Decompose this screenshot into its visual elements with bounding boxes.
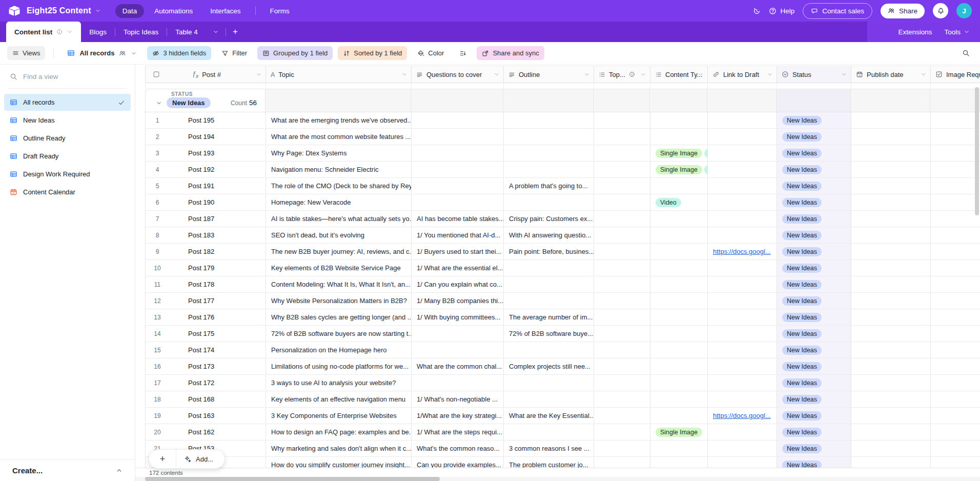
topics-cell[interactable] — [594, 276, 650, 292]
topics-cell[interactable] — [594, 194, 650, 210]
hidden-fields-button[interactable]: 3 hidden fields — [147, 46, 211, 60]
status-cell[interactable]: New Ideas — [777, 162, 851, 177]
status-cell[interactable]: New Ideas — [777, 145, 851, 161]
questions-cell[interactable] — [412, 145, 504, 161]
publish-date-cell[interactable] — [851, 293, 931, 309]
publish-date-cell[interactable] — [851, 408, 931, 424]
content-type-cell[interactable]: Single ImageVideo — [650, 145, 708, 161]
link-cell[interactable] — [708, 211, 777, 227]
image-required-cell[interactable] — [931, 424, 980, 440]
content-type-cell[interactable] — [650, 326, 708, 342]
topics-cell[interactable] — [594, 227, 650, 243]
link-cell[interactable] — [708, 227, 777, 243]
questions-cell[interactable] — [412, 129, 504, 145]
column-header-top-[interactable]: Top... — [594, 66, 650, 83]
nav-item-forms[interactable]: Forms — [263, 4, 297, 18]
topics-cell[interactable] — [594, 326, 650, 342]
post-cell[interactable]: 15Post 174 — [146, 342, 266, 358]
chevron-down-icon[interactable] — [67, 29, 73, 35]
publish-date-cell[interactable] — [851, 309, 931, 325]
topics-cell[interactable] — [594, 260, 650, 276]
outline-cell[interactable]: A problem that's going to... — [504, 178, 594, 194]
topics-cell[interactable] — [594, 408, 650, 424]
topic-cell[interactable]: What are the most common website feature… — [266, 129, 412, 145]
link-cell[interactable] — [708, 260, 777, 276]
topics-cell[interactable] — [594, 293, 650, 309]
horizontal-scrollbar[interactable] — [135, 477, 980, 481]
publish-date-cell[interactable] — [851, 194, 931, 210]
column-header-image-requi[interactable]: Image Requi — [931, 66, 980, 83]
image-required-cell[interactable] — [931, 260, 980, 276]
post-cell[interactable]: 8Post 183 — [146, 227, 266, 243]
publish-date-cell[interactable] — [851, 326, 931, 342]
sidebar-item-design-work-required[interactable]: Design Work Required — [4, 166, 131, 183]
image-required-cell[interactable] — [931, 342, 980, 358]
content-type-cell[interactable] — [650, 391, 708, 407]
add-record-button[interactable]: + — [149, 454, 176, 465]
share-and-sync-button[interactable]: Share and sync — [477, 46, 544, 60]
tab-blogs[interactable]: Blogs — [81, 22, 115, 42]
chevron-down-icon[interactable] — [640, 71, 646, 77]
publish-date-cell[interactable] — [851, 112, 931, 128]
link-cell[interactable] — [708, 309, 777, 325]
questions-cell[interactable] — [412, 112, 504, 128]
topics-cell[interactable] — [594, 440, 650, 456]
status-cell[interactable]: New Ideas — [777, 178, 851, 194]
post-cell[interactable]: 1Post 195 — [146, 112, 266, 128]
column-header-status[interactable]: Status — [777, 66, 851, 83]
post-cell[interactable]: 14Post 175 — [146, 326, 266, 342]
topic-cell[interactable]: Homepage: New Veracode — [266, 194, 412, 210]
tools-button[interactable]: Tools — [944, 28, 970, 36]
row-height-button[interactable] — [454, 47, 472, 60]
chevron-down-icon[interactable] — [494, 71, 500, 77]
link-cell[interactable] — [708, 162, 777, 177]
post-cell[interactable]: 17Post 172 — [146, 375, 266, 391]
questions-cell[interactable]: 1/What are the key strategi... — [412, 408, 504, 424]
outline-cell[interactable]: What are the Key Essential... — [504, 408, 594, 424]
status-cell[interactable]: New Ideas — [777, 227, 851, 243]
topic-cell[interactable]: Why B2B sales cycles are getting longer … — [266, 309, 412, 325]
topics-cell[interactable] — [594, 145, 650, 161]
topics-cell[interactable] — [594, 211, 650, 227]
status-cell[interactable]: New Ideas — [777, 375, 851, 391]
extensions-button[interactable]: Extensions — [898, 28, 932, 36]
notifications-button[interactable] — [933, 3, 948, 18]
link-cell[interactable] — [708, 375, 777, 391]
topics-cell[interactable] — [594, 391, 650, 407]
group-value-badge[interactable]: New Ideas — [167, 97, 211, 108]
image-required-cell[interactable] — [931, 112, 980, 128]
vertical-scrollbar[interactable] — [975, 87, 979, 270]
questions-cell[interactable] — [412, 342, 504, 358]
content-type-cell[interactable] — [650, 358, 708, 374]
tab-topic-ideas[interactable]: Topic Ideas — [115, 22, 167, 42]
link-cell[interactable] — [708, 194, 777, 210]
airtable-logo-icon[interactable] — [8, 5, 21, 17]
publish-date-cell[interactable] — [851, 129, 931, 145]
topic-cell[interactable]: Limilations of using no-code platforms f… — [266, 358, 412, 374]
topics-cell[interactable] — [594, 129, 650, 145]
topic-cell[interactable]: Key elements of B2B Website Service Page — [266, 260, 412, 276]
link-cell[interactable]: https://docs.googl... — [708, 408, 777, 424]
base-title[interactable]: Eight25 Content — [27, 6, 91, 15]
status-cell[interactable]: New Ideas — [777, 326, 851, 342]
questions-cell[interactable]: 1/ What are the essential el... — [412, 260, 504, 276]
questions-cell[interactable]: 1/ Many B2B companies thi... — [412, 293, 504, 309]
select-all-checkbox[interactable] — [153, 71, 160, 78]
outline-cell[interactable]: Complex projects still nee... — [504, 358, 594, 374]
publish-date-cell[interactable] — [851, 358, 931, 374]
content-type-cell[interactable] — [650, 227, 708, 243]
questions-cell[interactable]: AI has become table stakes... — [412, 211, 504, 227]
group-collapse-chevron-icon[interactable] — [156, 100, 162, 106]
post-cell[interactable]: 19Post 163 — [146, 408, 266, 424]
content-type-cell[interactable]: Video — [650, 194, 708, 210]
publish-date-cell[interactable] — [851, 391, 931, 407]
publish-date-cell[interactable] — [851, 276, 931, 292]
link-cell[interactable] — [708, 145, 777, 161]
image-required-cell[interactable] — [931, 375, 980, 391]
chevron-down-icon[interactable] — [698, 71, 704, 77]
topics-cell[interactable] — [594, 178, 650, 194]
topic-cell[interactable]: How to design an FAQ page: examples and … — [266, 424, 412, 440]
sidebar-item-draft-ready[interactable]: Draft Ready — [4, 148, 131, 165]
status-cell[interactable]: New Ideas — [777, 309, 851, 325]
column-header-link-to-draft[interactable]: Link to Draft — [708, 66, 777, 83]
